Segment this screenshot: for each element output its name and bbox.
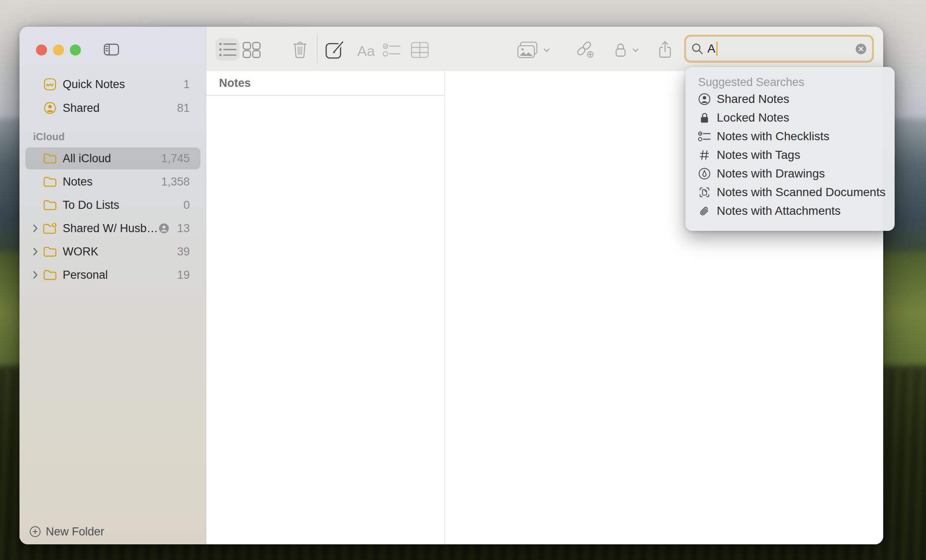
suggestion-label: Shared Notes bbox=[717, 92, 789, 106]
new-note-button[interactable] bbox=[325, 40, 345, 59]
search-icon bbox=[691, 43, 703, 55]
person-circle-icon bbox=[697, 93, 712, 105]
minimize-button[interactable] bbox=[53, 44, 64, 55]
sidebar-item-count: 1,358 bbox=[161, 175, 190, 189]
compose-icon bbox=[325, 40, 345, 59]
sidebar-item-work[interactable]: WORK 39 bbox=[25, 241, 200, 263]
folder-icon bbox=[42, 269, 58, 281]
suggestion-label: Locked Notes bbox=[717, 111, 789, 125]
shared-folder-icon bbox=[42, 222, 58, 235]
format-text-icon: Aa bbox=[357, 43, 375, 59]
disclosure-chevron-icon[interactable] bbox=[30, 270, 41, 280]
sidebar-item-count: 19 bbox=[177, 269, 190, 282]
sidebar-item-label: WORK bbox=[63, 245, 174, 258]
suggestion-notes-with-drawings[interactable]: Notes with Drawings bbox=[685, 164, 895, 183]
media-chevron-down-icon[interactable] bbox=[543, 48, 550, 53]
folder-icon bbox=[42, 153, 58, 164]
suggested-searches-dropdown: Suggested Searches Shared Notes Locked N… bbox=[685, 67, 895, 231]
suggestion-notes-with-tags[interactable]: Notes with Tags bbox=[685, 146, 895, 164]
toolbar-divider bbox=[317, 33, 318, 64]
sidebar-item-label: To Do Lists bbox=[63, 199, 180, 212]
suggestion-notes-with-attachments[interactable]: Notes with Attachments bbox=[685, 202, 895, 220]
sidebar-item-all-icloud[interactable]: All iCloud 1,745 bbox=[25, 147, 200, 169]
gallery-view-button[interactable] bbox=[243, 42, 261, 58]
lock-icon bbox=[697, 112, 712, 124]
suggestion-locked-notes[interactable]: Locked Notes bbox=[685, 108, 895, 127]
sidebar-item-label: Notes bbox=[63, 175, 158, 189]
sidebar-item-count: 1 bbox=[183, 78, 190, 91]
plus-circle-icon bbox=[30, 526, 41, 537]
clear-search-icon[interactable] bbox=[855, 43, 867, 55]
sidebar-item-shared-w-husb[interactable]: Shared W/ Husb… 13 bbox=[25, 217, 200, 239]
sidebar-item-label: All iCloud bbox=[63, 152, 158, 165]
suggestion-notes-with-scanned-documents[interactable]: Notes with Scanned Documents bbox=[685, 183, 895, 202]
hash-icon bbox=[697, 150, 712, 161]
sidebar-item-count: 39 bbox=[177, 245, 190, 258]
new-folder-label: New Folder bbox=[46, 525, 104, 538]
quick-note-icon bbox=[42, 78, 58, 91]
drawing-icon bbox=[697, 168, 712, 180]
search-focus-ring: A bbox=[684, 35, 874, 63]
suggestion-notes-with-checklists[interactable]: Notes with Checklists bbox=[685, 127, 895, 146]
sidebar: Quick Notes 1 Shared 81 iCloud bbox=[19, 27, 206, 544]
delete-note-button[interactable] bbox=[293, 41, 307, 58]
suggestion-label: Notes with Attachments bbox=[717, 204, 841, 218]
trash-icon bbox=[293, 41, 307, 58]
sidebar-item-count: 0 bbox=[183, 199, 190, 212]
sidebar-item-label: Shared W/ Husb… bbox=[63, 222, 158, 235]
zoom-button[interactable] bbox=[70, 44, 81, 55]
text-cursor bbox=[716, 42, 718, 56]
suggestion-shared-notes[interactable]: Shared Notes bbox=[685, 90, 895, 108]
sidebar-toggle-icon[interactable] bbox=[104, 44, 119, 55]
lock-chevron-down-icon[interactable] bbox=[632, 48, 639, 53]
sidebar-item-count: 1,745 bbox=[161, 152, 190, 165]
folder-icon bbox=[42, 200, 58, 211]
close-button[interactable] bbox=[36, 44, 47, 55]
notes-column-header: Notes bbox=[206, 71, 444, 96]
suggested-searches-header: Suggested Searches bbox=[685, 75, 895, 90]
sidebar-item-label: Shared bbox=[63, 102, 174, 115]
lock-icon bbox=[614, 42, 627, 58]
sidebar-item-count: 13 bbox=[177, 222, 190, 235]
disclosure-chevron-icon[interactable] bbox=[30, 247, 41, 256]
checklist-button[interactable] bbox=[383, 43, 401, 57]
search-value: A bbox=[707, 42, 715, 55]
person-circle-icon bbox=[42, 102, 58, 114]
sidebar-item-to-do-lists[interactable]: To Do Lists 0 bbox=[25, 194, 200, 216]
media-button[interactable] bbox=[517, 42, 538, 58]
share-button[interactable] bbox=[658, 40, 672, 59]
sidebar-item-label: Personal bbox=[63, 269, 174, 282]
search-input[interactable]: A bbox=[686, 36, 872, 61]
notes-list-panel: Notes bbox=[206, 71, 444, 544]
suggestion-label: Notes with Tags bbox=[717, 148, 800, 162]
suggestion-label: Notes with Drawings bbox=[717, 167, 825, 180]
sidebar-item-label: Quick Notes bbox=[63, 78, 180, 91]
suggestion-label: Notes with Checklists bbox=[717, 130, 829, 143]
disclosure-chevron-icon[interactable] bbox=[30, 224, 41, 233]
toolbar: Aa bbox=[206, 27, 883, 71]
sidebar-item-personal[interactable]: Personal 19 bbox=[25, 264, 200, 286]
table-icon bbox=[411, 42, 429, 58]
paperclip-icon bbox=[697, 205, 712, 217]
folder-icon bbox=[42, 246, 58, 258]
suggestion-label: Notes with Scanned Documents bbox=[717, 186, 885, 199]
gallery-view-icon bbox=[243, 42, 261, 58]
sidebar-item-count: 81 bbox=[177, 102, 190, 115]
shared-person-badge-icon bbox=[158, 223, 169, 234]
sidebar-item-notes[interactable]: Notes 1,358 bbox=[25, 171, 200, 193]
checklist-icon bbox=[383, 43, 401, 57]
sidebar-section-icloud: iCloud bbox=[33, 131, 65, 143]
folder-icon bbox=[42, 176, 58, 188]
sidebar-item-quick-notes[interactable]: Quick Notes 1 bbox=[25, 73, 200, 95]
lock-button[interactable] bbox=[614, 42, 627, 58]
add-link-button[interactable] bbox=[575, 41, 595, 59]
format-button[interactable]: Aa bbox=[354, 42, 378, 60]
list-view-button[interactable] bbox=[216, 38, 239, 61]
sidebar-item-shared[interactable]: Shared 81 bbox=[25, 97, 200, 119]
share-icon bbox=[658, 40, 672, 59]
checklist-icon bbox=[697, 131, 712, 142]
new-folder-button[interactable]: New Folder bbox=[30, 524, 104, 539]
media-icon bbox=[517, 42, 538, 58]
table-button[interactable] bbox=[411, 42, 429, 58]
scanned-document-icon bbox=[697, 186, 712, 198]
